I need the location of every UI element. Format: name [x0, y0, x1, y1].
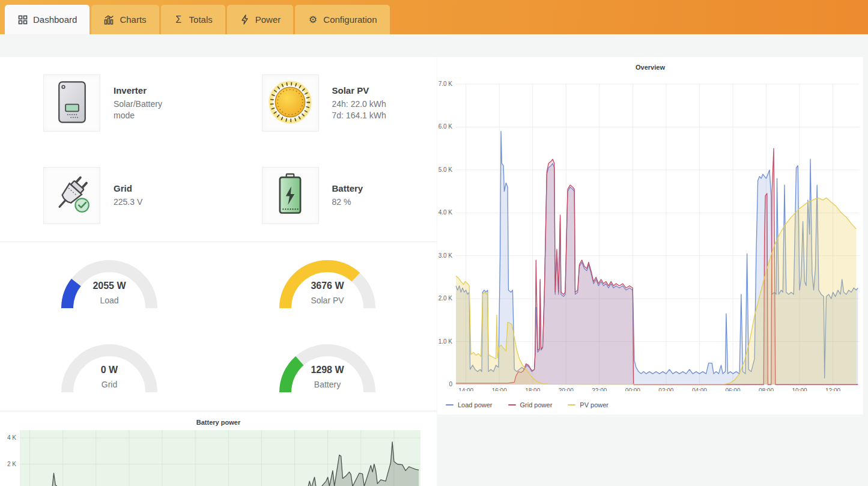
header-tabbar: Dashboard Charts Σ Totals Power ⚙ Config… — [0, 0, 868, 34]
svg-text:02:00: 02:00 — [658, 387, 673, 391]
grid-power-swatch — [508, 404, 516, 406]
svg-text:4.0 K: 4.0 K — [439, 209, 453, 216]
svg-text:10:00: 10:00 — [792, 387, 807, 391]
tab-label: Configuration — [323, 14, 377, 25]
tile-title: Solar PV — [332, 85, 386, 96]
battery-chart-card: Battery power 02 K4 K — [0, 412, 437, 486]
tile-line: 82 % — [332, 196, 363, 207]
battery-chart-title: Battery power — [0, 412, 437, 426]
load-power-swatch — [446, 404, 454, 406]
overview-chart-title: Overview — [437, 57, 863, 71]
overview-legend: Load power Grid power PV power — [446, 401, 609, 409]
gauge-label: Solar PV — [311, 296, 345, 305]
svg-text:2.0 K: 2.0 K — [439, 295, 453, 302]
battery-chart-canvas[interactable]: 02 K4 K — [0, 429, 437, 486]
load-gauge: 2055 W Load — [55, 254, 163, 314]
charts-icon — [104, 14, 114, 25]
gauges-card: 2055 W Load 3676 W Solar PV 0 W Grid — [0, 242, 437, 410]
overview-chart-card: Overview 14:0016:0018:0020:0022:0000:000… — [437, 57, 863, 415]
legend-item-load-power[interactable]: Load power — [446, 401, 493, 409]
tab-totals[interactable]: Σ Totals — [161, 5, 225, 34]
dashboard-app: Dashboard Charts Σ Totals Power ⚙ Config… — [0, 0, 868, 486]
tile-line: mode — [114, 110, 162, 121]
svg-text:3.0 K: 3.0 K — [439, 252, 453, 259]
tab-power[interactable]: Power — [227, 5, 294, 34]
tab-charts[interactable]: Charts — [91, 5, 159, 34]
tile-grid: Grid 225.3 V — [0, 150, 219, 242]
plug-icon — [49, 171, 96, 220]
overview-chart-canvas[interactable]: 14:0016:0018:0020:0022:0000:0002:0004:00… — [437, 71, 863, 391]
grid-gauge: 0 W Grid — [55, 338, 163, 398]
svg-text:18:00: 18:00 — [525, 387, 540, 391]
legend-item-grid-power[interactable]: Grid power — [508, 401, 553, 409]
svg-text:5.0 K: 5.0 K — [439, 166, 453, 173]
legend-item-pv-power[interactable]: PV power — [568, 401, 609, 409]
svg-text:4 K: 4 K — [7, 434, 16, 441]
tab-dashboard[interactable]: Dashboard — [5, 5, 90, 34]
battery-gauge: 1298 W Battery — [273, 338, 381, 398]
gauge-value: 0 W — [101, 365, 118, 375]
sun-icon — [267, 79, 313, 127]
svg-text:16:00: 16:00 — [492, 387, 507, 391]
tile-title: Battery — [332, 183, 363, 193]
tile-battery: Battery 82 % — [219, 150, 437, 242]
gear-icon: ⚙ — [308, 14, 318, 25]
svg-text:14:00: 14:00 — [458, 387, 473, 391]
tile-solar-pv: Solar PV 24h: 22.0 kWh 7d: 164.1 kWh — [219, 57, 437, 150]
solar-pv-gauge: 3676 W Solar PV — [273, 254, 381, 314]
svg-text:0: 0 — [449, 381, 452, 387]
gauge-label: Grid — [102, 380, 117, 389]
tile-line: 225.3 V — [114, 196, 142, 207]
svg-text:7.0 K: 7.0 K — [439, 80, 453, 87]
tab-label: Charts — [120, 14, 146, 25]
tile-line: 7d: 164.1 kWh — [332, 110, 386, 121]
tab-label: Dashboard — [33, 14, 77, 25]
tab-label: Totals — [189, 14, 213, 25]
svg-text:04:00: 04:00 — [692, 387, 707, 391]
battery-icon — [269, 171, 312, 220]
svg-text:06:00: 06:00 — [725, 387, 740, 391]
legend-label: Load power — [458, 401, 493, 409]
legend-label: PV power — [580, 401, 609, 409]
lightning-icon — [240, 14, 250, 25]
pv-power-swatch — [568, 404, 575, 406]
svg-text:00:00: 00:00 — [625, 387, 640, 391]
tile-line: 24h: 22.0 kWh — [332, 99, 386, 109]
svg-text:6.0 K: 6.0 K — [439, 123, 453, 130]
tab-label: Power — [255, 14, 281, 25]
svg-text:20:00: 20:00 — [559, 387, 574, 391]
svg-text:2 K: 2 K — [7, 461, 16, 467]
gauge-value: 1298 W — [311, 365, 345, 375]
gauge-label: Load — [100, 296, 118, 305]
tile-line: Solar/Battery — [114, 99, 162, 109]
svg-text:1.0 K: 1.0 K — [439, 338, 453, 345]
sigma-icon: Σ — [174, 14, 184, 25]
tile-title: Grid — [114, 183, 142, 193]
tab-configuration[interactable]: ⚙ Configuration — [295, 5, 389, 34]
svg-text:12:00: 12:00 — [825, 387, 840, 391]
tile-inverter: Inverter Solar/Battery mode — [0, 57, 219, 150]
svg-text:08:00: 08:00 — [759, 387, 774, 391]
gauge-label: Battery — [314, 380, 341, 389]
gauge-value: 2055 W — [93, 281, 126, 291]
svg-text:22:00: 22:00 — [592, 387, 607, 391]
status-tiles-card: Inverter Solar/Battery mode Sola — [0, 57, 437, 242]
inverter-icon — [55, 80, 90, 127]
tile-title: Inverter — [114, 85, 162, 96]
legend-label: Grid power — [520, 401, 553, 409]
dashboard-grid-icon — [17, 14, 28, 25]
gauge-value: 3676 W — [311, 281, 345, 291]
